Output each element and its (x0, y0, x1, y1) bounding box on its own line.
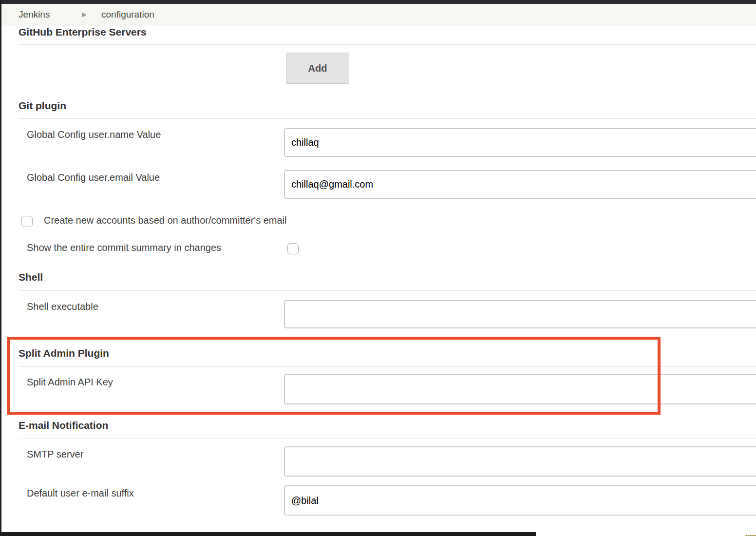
global-config-useremail-label: Global Config user.email Value (27, 172, 160, 183)
add-github-server-button[interactable]: Add (286, 53, 349, 84)
section-title-split-admin-plugin: Split Admin Plugin (19, 347, 109, 359)
global-config-username-label: Global Config user.name Value (27, 129, 161, 140)
split-admin-api-key-input[interactable] (284, 374, 756, 404)
section-title-shell: Shell (19, 271, 43, 283)
section-divider (19, 118, 756, 119)
section-divider (19, 366, 756, 367)
global-config-useremail-input[interactable] (284, 170, 756, 199)
jenkins-configuration-page: Jenkins ▶ configuration GitHub Enterpris… (0, 0, 756, 536)
smtp-server-label: SMTP server (27, 449, 83, 460)
global-config-username-input[interactable] (284, 128, 756, 157)
section-title-email-notification: E-mail Notification (19, 420, 108, 431)
default-email-suffix-input[interactable] (284, 485, 756, 516)
smtp-server-input[interactable] (284, 446, 756, 477)
chevron-right-icon: ▶ (82, 4, 87, 25)
default-email-suffix-label: Default user e-mail suffix (27, 488, 134, 499)
section-divider (19, 439, 756, 439)
breadcrumb-configuration-link[interactable]: configuration (101, 4, 154, 25)
section-title-github-enterprise-servers: GitHub Enterprise Servers (19, 26, 147, 38)
section-title-git-plugin: Git plugin (19, 100, 66, 112)
bottom-window-bar (0, 532, 536, 536)
shell-executable-label: Shell executable (27, 301, 98, 312)
section-divider (19, 290, 756, 291)
split-admin-api-key-label: Split Admin API Key (27, 377, 113, 388)
left-window-edge (0, 0, 1, 536)
gold-clipped-icon (745, 532, 756, 536)
section-divider (19, 44, 756, 45)
shell-executable-input[interactable] (284, 300, 756, 328)
top-window-bar (0, 0, 756, 4)
breadcrumb-jenkins-link[interactable]: Jenkins (19, 4, 50, 25)
commit-summary-checkbox[interactable] (287, 243, 299, 254)
create-accounts-label: Create new accounts based on author/comm… (44, 215, 287, 226)
breadcrumb: Jenkins ▶ configuration (0, 4, 756, 25)
commit-summary-label: Show the entire commit summary in change… (27, 242, 221, 253)
create-accounts-checkbox[interactable] (21, 216, 33, 227)
